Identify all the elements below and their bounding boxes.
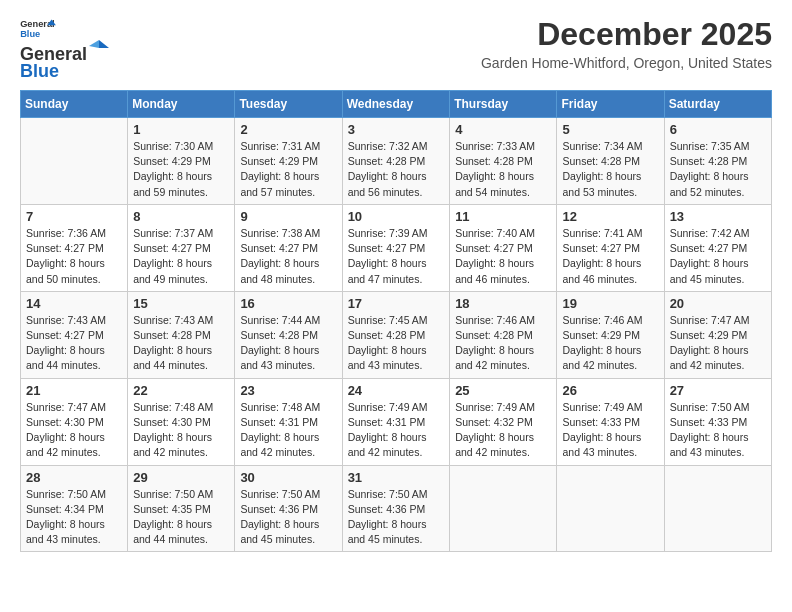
logo: General Blue General Blue <box>20 16 109 82</box>
day-cell: 3Sunrise: 7:32 AMSunset: 4:28 PMDaylight… <box>342 118 450 205</box>
title-block: December 2025 Garden Home-Whitford, Oreg… <box>481 16 772 71</box>
day-number: 17 <box>348 296 445 311</box>
day-cell: 10Sunrise: 7:39 AMSunset: 4:27 PMDayligh… <box>342 204 450 291</box>
logo-blue: Blue <box>20 61 59 82</box>
day-cell <box>21 118 128 205</box>
logo-bird-icon <box>89 38 109 60</box>
day-number: 11 <box>455 209 551 224</box>
day-number: 15 <box>133 296 229 311</box>
day-number: 12 <box>562 209 658 224</box>
day-cell: 8Sunrise: 7:37 AMSunset: 4:27 PMDaylight… <box>128 204 235 291</box>
day-cell: 24Sunrise: 7:49 AMSunset: 4:31 PMDayligh… <box>342 378 450 465</box>
day-number: 28 <box>26 470 122 485</box>
day-cell: 18Sunrise: 7:46 AMSunset: 4:28 PMDayligh… <box>450 291 557 378</box>
day-number: 18 <box>455 296 551 311</box>
day-cell: 7Sunrise: 7:36 AMSunset: 4:27 PMDaylight… <box>21 204 128 291</box>
day-info: Sunrise: 7:44 AMSunset: 4:28 PMDaylight:… <box>240 313 336 374</box>
day-info: Sunrise: 7:49 AMSunset: 4:31 PMDaylight:… <box>348 400 445 461</box>
day-info: Sunrise: 7:49 AMSunset: 4:32 PMDaylight:… <box>455 400 551 461</box>
day-number: 3 <box>348 122 445 137</box>
location-subtitle: Garden Home-Whitford, Oregon, United Sta… <box>481 55 772 71</box>
day-info: Sunrise: 7:45 AMSunset: 4:28 PMDaylight:… <box>348 313 445 374</box>
day-info: Sunrise: 7:31 AMSunset: 4:29 PMDaylight:… <box>240 139 336 200</box>
day-info: Sunrise: 7:34 AMSunset: 4:28 PMDaylight:… <box>562 139 658 200</box>
day-cell: 14Sunrise: 7:43 AMSunset: 4:27 PMDayligh… <box>21 291 128 378</box>
day-cell: 12Sunrise: 7:41 AMSunset: 4:27 PMDayligh… <box>557 204 664 291</box>
calendar-table: SundayMondayTuesdayWednesdayThursdayFrid… <box>20 90 772 552</box>
day-cell: 1Sunrise: 7:30 AMSunset: 4:29 PMDaylight… <box>128 118 235 205</box>
week-row-3: 14Sunrise: 7:43 AMSunset: 4:27 PMDayligh… <box>21 291 772 378</box>
day-number: 22 <box>133 383 229 398</box>
col-header-wednesday: Wednesday <box>342 91 450 118</box>
day-cell: 2Sunrise: 7:31 AMSunset: 4:29 PMDaylight… <box>235 118 342 205</box>
logo-icon: General Blue <box>20 18 56 38</box>
day-cell: 30Sunrise: 7:50 AMSunset: 4:36 PMDayligh… <box>235 465 342 552</box>
day-info: Sunrise: 7:41 AMSunset: 4:27 PMDaylight:… <box>562 226 658 287</box>
day-cell: 15Sunrise: 7:43 AMSunset: 4:28 PMDayligh… <box>128 291 235 378</box>
day-number: 24 <box>348 383 445 398</box>
day-info: Sunrise: 7:46 AMSunset: 4:29 PMDaylight:… <box>562 313 658 374</box>
col-header-tuesday: Tuesday <box>235 91 342 118</box>
day-cell: 13Sunrise: 7:42 AMSunset: 4:27 PMDayligh… <box>664 204 771 291</box>
day-info: Sunrise: 7:49 AMSunset: 4:33 PMDaylight:… <box>562 400 658 461</box>
day-number: 5 <box>562 122 658 137</box>
day-number: 19 <box>562 296 658 311</box>
day-info: Sunrise: 7:50 AMSunset: 4:36 PMDaylight:… <box>240 487 336 548</box>
calendar-header: SundayMondayTuesdayWednesdayThursdayFrid… <box>21 91 772 118</box>
day-info: Sunrise: 7:42 AMSunset: 4:27 PMDaylight:… <box>670 226 766 287</box>
day-number: 26 <box>562 383 658 398</box>
day-info: Sunrise: 7:30 AMSunset: 4:29 PMDaylight:… <box>133 139 229 200</box>
day-info: Sunrise: 7:37 AMSunset: 4:27 PMDaylight:… <box>133 226 229 287</box>
page-header: General Blue General Blue December 2025 … <box>20 16 772 82</box>
day-number: 2 <box>240 122 336 137</box>
day-cell: 28Sunrise: 7:50 AMSunset: 4:34 PMDayligh… <box>21 465 128 552</box>
day-cell: 16Sunrise: 7:44 AMSunset: 4:28 PMDayligh… <box>235 291 342 378</box>
day-cell: 5Sunrise: 7:34 AMSunset: 4:28 PMDaylight… <box>557 118 664 205</box>
day-number: 21 <box>26 383 122 398</box>
col-header-thursday: Thursday <box>450 91 557 118</box>
svg-marker-3 <box>99 40 109 48</box>
day-number: 20 <box>670 296 766 311</box>
day-number: 8 <box>133 209 229 224</box>
day-cell: 17Sunrise: 7:45 AMSunset: 4:28 PMDayligh… <box>342 291 450 378</box>
day-number: 10 <box>348 209 445 224</box>
day-number: 29 <box>133 470 229 485</box>
day-number: 27 <box>670 383 766 398</box>
week-row-5: 28Sunrise: 7:50 AMSunset: 4:34 PMDayligh… <box>21 465 772 552</box>
week-row-2: 7Sunrise: 7:36 AMSunset: 4:27 PMDaylight… <box>21 204 772 291</box>
month-title: December 2025 <box>481 16 772 53</box>
day-cell: 11Sunrise: 7:40 AMSunset: 4:27 PMDayligh… <box>450 204 557 291</box>
day-cell: 26Sunrise: 7:49 AMSunset: 4:33 PMDayligh… <box>557 378 664 465</box>
day-number: 1 <box>133 122 229 137</box>
day-number: 9 <box>240 209 336 224</box>
day-number: 6 <box>670 122 766 137</box>
svg-text:Blue: Blue <box>20 29 40 38</box>
col-header-monday: Monday <box>128 91 235 118</box>
day-cell: 21Sunrise: 7:47 AMSunset: 4:30 PMDayligh… <box>21 378 128 465</box>
day-cell: 25Sunrise: 7:49 AMSunset: 4:32 PMDayligh… <box>450 378 557 465</box>
day-number: 16 <box>240 296 336 311</box>
day-cell <box>450 465 557 552</box>
day-cell <box>664 465 771 552</box>
week-row-1: 1Sunrise: 7:30 AMSunset: 4:29 PMDaylight… <box>21 118 772 205</box>
day-cell: 29Sunrise: 7:50 AMSunset: 4:35 PMDayligh… <box>128 465 235 552</box>
day-info: Sunrise: 7:43 AMSunset: 4:28 PMDaylight:… <box>133 313 229 374</box>
day-info: Sunrise: 7:36 AMSunset: 4:27 PMDaylight:… <box>26 226 122 287</box>
day-info: Sunrise: 7:50 AMSunset: 4:33 PMDaylight:… <box>670 400 766 461</box>
day-info: Sunrise: 7:39 AMSunset: 4:27 PMDaylight:… <box>348 226 445 287</box>
day-number: 7 <box>26 209 122 224</box>
day-info: Sunrise: 7:48 AMSunset: 4:31 PMDaylight:… <box>240 400 336 461</box>
day-cell: 31Sunrise: 7:50 AMSunset: 4:36 PMDayligh… <box>342 465 450 552</box>
day-info: Sunrise: 7:46 AMSunset: 4:28 PMDaylight:… <box>455 313 551 374</box>
day-info: Sunrise: 7:47 AMSunset: 4:30 PMDaylight:… <box>26 400 122 461</box>
header-row: SundayMondayTuesdayWednesdayThursdayFrid… <box>21 91 772 118</box>
day-cell: 9Sunrise: 7:38 AMSunset: 4:27 PMDaylight… <box>235 204 342 291</box>
day-number: 25 <box>455 383 551 398</box>
day-number: 31 <box>348 470 445 485</box>
calendar-body: 1Sunrise: 7:30 AMSunset: 4:29 PMDaylight… <box>21 118 772 552</box>
day-info: Sunrise: 7:38 AMSunset: 4:27 PMDaylight:… <box>240 226 336 287</box>
svg-marker-4 <box>89 40 99 48</box>
day-info: Sunrise: 7:50 AMSunset: 4:35 PMDaylight:… <box>133 487 229 548</box>
day-info: Sunrise: 7:35 AMSunset: 4:28 PMDaylight:… <box>670 139 766 200</box>
day-number: 4 <box>455 122 551 137</box>
